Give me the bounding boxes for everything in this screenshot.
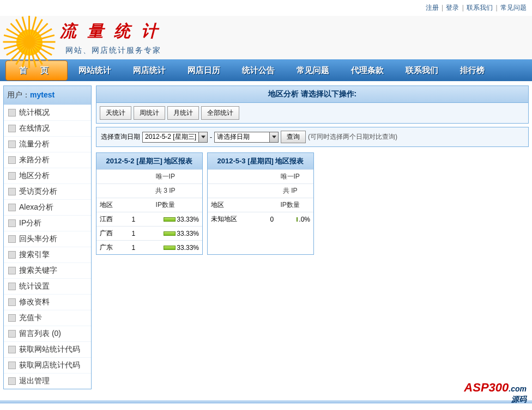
page-icon	[8, 377, 16, 385]
content-panel: 地区分析 请选择以下操作: 天统计周统计月统计全部统计 选择查询日期 2012-…	[96, 85, 529, 389]
sidebar-item-16[interactable]: 获取网店统计代码	[4, 357, 91, 373]
sidebar-item-label: 搜索关键字	[19, 266, 57, 274]
query-button[interactable]: 查询	[281, 131, 306, 143]
sidebar-item-6[interactable]: Alexa分析	[4, 199, 91, 215]
nav-item-1[interactable]: 网站统计	[68, 65, 122, 76]
panel-title: 地区分析 请选择以下操作:	[96, 85, 529, 103]
sidebar-item-label: Alexa分析	[19, 203, 53, 211]
page-icon	[8, 362, 16, 369]
total-ip-label: 共 IP	[267, 184, 313, 198]
sidebar-item-3[interactable]: 来路分析	[4, 152, 91, 168]
page-icon	[8, 204, 16, 211]
sidebar-item-10[interactable]: 搜索关键字	[4, 262, 91, 278]
stat-tab-0[interactable]: 天统计	[100, 106, 131, 120]
sidebar-item-7[interactable]: IP分析	[4, 215, 91, 231]
hdr-count: IP数量	[128, 198, 202, 212]
nav-item-8[interactable]: 排行榜	[449, 65, 495, 76]
nav-item-7[interactable]: 联系我们	[395, 65, 449, 76]
page-icon	[8, 235, 16, 243]
sidebar-item-9[interactable]: 搜索引擎	[4, 247, 91, 262]
main-nav: 首 页网站统计网店统计网店日历统计公告常见问题代理条款联系我们排行榜	[0, 59, 532, 81]
page-icon	[8, 283, 16, 290]
nav-item-4[interactable]: 统计公告	[231, 65, 286, 76]
header: 流 量 统 计 网站、网店统计服务专家	[0, 16, 532, 59]
cell-count: 133.33%	[128, 241, 202, 255]
nav-item-0[interactable]: 首 页	[5, 60, 68, 81]
sidebar-item-14[interactable]: 留言列表 (0)	[4, 326, 91, 341]
hdr-region: 地区	[96, 198, 128, 212]
sidebar-item-label: 统计概况	[19, 108, 50, 117]
login-link[interactable]: 登录	[446, 4, 459, 11]
chevron-down-icon	[269, 132, 278, 142]
date-separator: -	[210, 133, 212, 141]
page-icon	[8, 251, 16, 259]
sidebar-item-11[interactable]: 统计设置	[4, 278, 91, 294]
page-icon	[8, 188, 16, 195]
user-prefix: 用户：	[7, 90, 30, 99]
unique-ip-label: 唯一IP	[267, 170, 313, 184]
sidebar-item-label: 搜索引擎	[19, 250, 50, 259]
sidebar-item-label: 地区分析	[19, 171, 50, 180]
user-name: mytest	[30, 90, 55, 99]
page-icon	[8, 125, 16, 132]
date1-value: 2012-5-2 [星期三]	[143, 132, 198, 142]
total-ip-label: 共 3 IP	[128, 184, 202, 198]
sidebar-item-12[interactable]: 修改资料	[4, 294, 91, 310]
sidebar-item-label: 充值卡	[19, 313, 42, 322]
page-icon	[8, 314, 16, 322]
sidebar-item-label: IP分析	[19, 218, 41, 227]
sidebar-item-label: 流量分析	[19, 139, 50, 148]
sidebar-item-label: 在线情况	[19, 124, 50, 132]
stat-tab-2[interactable]: 月统计	[167, 106, 199, 120]
hdr-region: 地区	[208, 198, 267, 212]
nav-item-6[interactable]: 代理条款	[340, 65, 395, 76]
top-links: 注册 | 登录 | 联系我们 | 常见问题	[0, 0, 532, 16]
cell-pct: 33.33%	[177, 216, 199, 223]
sidebar-item-15[interactable]: 获取网站统计代码	[4, 341, 91, 357]
register-link[interactable]: 注册	[426, 4, 439, 11]
sidebar: 用户：mytest 统计概况在线情况流量分析来路分析地区分析受访页分析Alexa…	[3, 85, 92, 389]
logo-title: 流 量 统 计	[60, 20, 161, 42]
query-hint: (可同时选择两个日期对比查询)	[308, 132, 397, 142]
table-row: 广东133.33%	[96, 241, 202, 255]
sidebar-item-label: 受访页分析	[19, 187, 57, 195]
sidebar-item-label: 获取网店统计代码	[19, 360, 80, 369]
table-row: 广西133.33%	[96, 227, 202, 241]
sidebar-item-label: 留言列表 (0)	[19, 329, 61, 338]
page-icon	[8, 267, 16, 274]
page-icon	[8, 346, 16, 353]
cell-pct: .0%	[299, 216, 310, 223]
cell-region: 未知地区	[208, 212, 267, 227]
date1-select[interactable]: 2012-5-2 [星期三]	[142, 132, 208, 143]
table-row: 江西133.33%	[96, 212, 202, 227]
logo-subtitle: 网站、网店统计服务专家	[65, 46, 161, 56]
nav-item-3[interactable]: 网店日历	[177, 65, 231, 76]
sidebar-item-4[interactable]: 地区分析	[4, 168, 91, 183]
sidebar-item-5[interactable]: 受访页分析	[4, 183, 91, 199]
cell-region: 广西	[96, 227, 128, 241]
cell-pct: 33.33%	[177, 230, 199, 237]
date2-select[interactable]: 请选择日期	[214, 132, 279, 143]
faq-link[interactable]: 常见问题	[500, 4, 527, 11]
cell-count: 0.0%	[267, 212, 313, 227]
sidebar-item-13[interactable]: 充值卡	[4, 310, 91, 326]
stat-tab-3[interactable]: 全部统计	[201, 106, 239, 120]
nav-item-5[interactable]: 常见问题	[286, 65, 340, 76]
page-icon	[8, 330, 16, 338]
stat-tab-1[interactable]: 周统计	[134, 106, 165, 120]
chevron-down-icon	[198, 132, 207, 142]
sidebar-item-1[interactable]: 在线情况	[4, 120, 91, 136]
sidebar-item-2[interactable]: 流量分析	[4, 136, 91, 152]
hdr-count: IP数量	[267, 198, 313, 212]
report-title: 2012-5-2 [星期三] 地区报表	[96, 153, 202, 169]
nav-item-2[interactable]: 网店统计	[122, 65, 177, 76]
region-report-0: 2012-5-2 [星期三] 地区报表唯一IP共 3 IP地区IP数量江西133…	[96, 152, 203, 255]
sidebar-item-17[interactable]: 退出管理	[4, 373, 91, 389]
region-report-1: 2012-5-3 [星期四] 地区报表唯一IP共 IP地区IP数量未知地区0.0…	[207, 152, 314, 255]
bar-icon	[164, 246, 176, 250]
stat-tabs: 天统计周统计月统计全部统计	[96, 103, 529, 124]
contact-link[interactable]: 联系我们	[467, 4, 493, 11]
sidebar-item-label: 退出管理	[19, 376, 50, 385]
sidebar-item-8[interactable]: 回头率分析	[4, 231, 91, 247]
sidebar-item-0[interactable]: 统计概况	[4, 105, 91, 120]
